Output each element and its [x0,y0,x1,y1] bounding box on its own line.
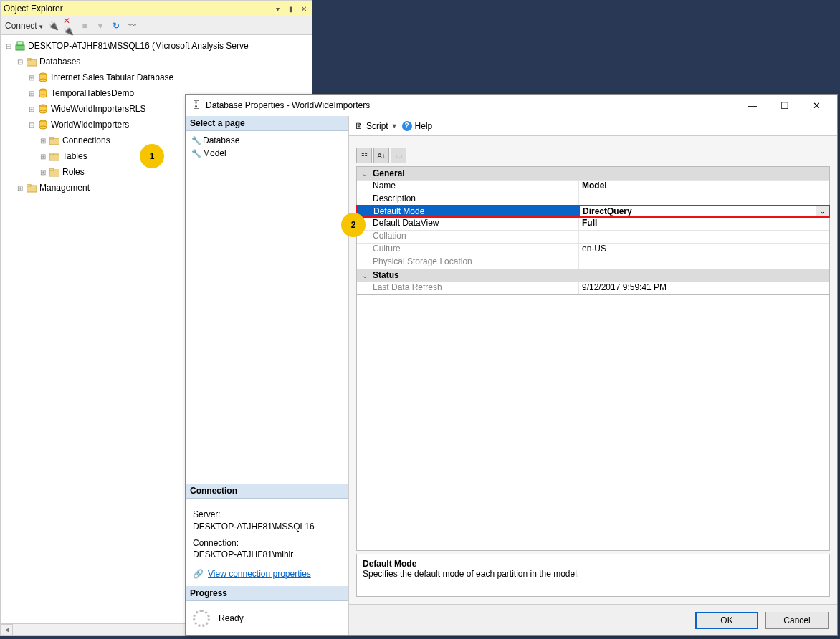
dialog-title: Database Properties - WorldWideImporters [203,100,736,110]
script-button[interactable]: 🗎 Script ▼ [355,121,398,131]
prop-row-storage-location[interactable]: Physical Storage Location [357,256,829,269]
svg-rect-1 [17,42,23,45]
annotation-2: 2 [341,213,366,237]
ok-button[interactable]: OK [695,612,758,629]
prop-row-name[interactable]: Name Model [357,180,829,193]
maximize-button[interactable]: ☐ [768,95,801,115]
svg-rect-23 [27,184,31,186]
filter-icon: ▼ [95,20,106,32]
svg-rect-17 [49,137,54,139]
expand-icon[interactable]: ⊞ [27,105,37,113]
svg-rect-0 [16,45,24,50]
help-button[interactable]: ? Help [402,121,433,131]
svg-rect-3 [27,58,31,60]
expand-icon[interactable]: ⊞ [15,184,25,192]
expand-icon[interactable]: ⊞ [27,74,37,82]
property-grid-toolbar: ☷ A↓ ▭ [356,148,830,163]
connection-header: Connection [186,484,348,499]
connection-label: Connection: [193,537,341,549]
view-connection-link[interactable]: View connection properties [208,568,311,580]
disconnect-icon[interactable]: ✕🔌 [63,20,75,32]
svg-point-6 [39,79,47,82]
cancel-button[interactable]: Cancel [765,612,829,629]
connect-icon[interactable]: 🔌 [47,20,59,32]
expand-icon[interactable]: ⊞ [38,137,48,145]
roles-label: Roles [61,167,85,177]
folder-icon [48,151,61,161]
pin-icon[interactable]: ▮ [285,5,296,13]
stop-icon: ■ [79,20,90,32]
db-label: Internet Sales Tabular Database [49,72,173,82]
minimize-button[interactable]: — [736,95,768,115]
connections-label: Connections [61,135,110,145]
spinner-icon [193,610,210,627]
folder-icon [48,135,61,145]
server-label: Server: [193,509,341,521]
prop-row-default-mode[interactable]: Default Mode DirectQuery ⌄ [356,205,830,218]
connection-value: DESKTOP-ATJHF81\mihir [193,549,341,561]
svg-point-15 [39,126,47,129]
property-description: Default Mode Specifies the default mode … [356,554,830,597]
connection-icon: 🔗 [193,568,204,580]
select-page-header: Select a page [186,116,348,131]
server-label: DESKTOP-ATJHF81\MSSQL16 (Microsoft Analy… [27,41,249,51]
collapse-icon[interactable]: ⊟ [27,121,37,129]
db-label: WorldWideImporters [49,120,129,130]
page-database[interactable]: 🔧 Database [186,134,348,147]
explorer-title: Object Explorer [4,4,272,14]
prop-row-description[interactable]: Description [357,193,829,206]
tree-server-node[interactable]: ⊟ DESKTOP-ATJHF81\MSSQL16 (Microsoft Ana… [4,38,312,54]
svg-rect-21 [49,168,54,170]
prop-row-collation[interactable]: Collation [357,230,829,243]
tables-label: Tables [61,151,87,161]
database-icon [37,88,49,99]
expand-icon[interactable]: ⊞ [38,168,48,176]
scroll-left-icon[interactable]: ◄ [1,624,13,636]
close-icon[interactable]: ✕ [298,5,309,13]
activity-icon[interactable]: 〰 [126,20,138,32]
section-status[interactable]: ⌄ Status [357,269,829,282]
server-value: DESKTOP-ATJHF81\MSSQL16 [193,521,341,533]
explorer-header: Object Explorer ▾ ▮ ✕ [1,1,312,16]
dialog-titlebar[interactable]: 🗄 Database Properties - WorldWideImporte… [186,95,837,116]
svg-point-12 [39,110,47,113]
collapse-icon[interactable]: ⊟ [15,58,25,66]
chevron-down-icon[interactable]: ▼ [391,122,398,130]
prop-row-default-dataview[interactable]: Default DataView Full [357,217,829,230]
chevron-down-icon[interactable]: ⌄ [357,272,373,279]
dropdown-icon[interactable]: ▾ [272,5,283,13]
dropdown-button[interactable]: ⌄ [816,206,829,216]
database-icon [37,104,49,115]
section-general[interactable]: ⌄ General [357,167,829,180]
connect-button[interactable]: Connect ▾ [5,21,43,31]
management-label: Management [38,183,90,193]
desc-title: Default Mode [363,559,824,569]
database-icon [37,72,49,83]
categorize-button[interactable]: ☷ [356,148,372,163]
page-model[interactable]: 🔧 Model [186,147,348,160]
database-icon: 🗄 [190,100,203,110]
dialog-left-pane: Select a page 🔧 Database 🔧 Model Connect… [186,116,349,635]
prop-row-last-refresh[interactable]: Last Data Refresh 9/12/2017 9:59:41 PM [357,282,829,294]
tree-databases-node[interactable]: ⊟ Databases [4,54,312,69]
databases-label: Databases [38,57,80,67]
property-grid: ⌄ General Name Model Description Default… [356,166,830,295]
tree-db-node[interactable]: ⊞ Internet Sales Tabular Database [4,69,312,85]
property-grid-empty [356,295,830,551]
chevron-down-icon[interactable]: ⌄ [357,170,373,178]
collapse-icon[interactable]: ⊟ [4,42,14,50]
expand-icon[interactable]: ⊞ [27,90,37,97]
sort-az-button[interactable]: A↓ [373,148,389,163]
folder-icon [48,167,61,177]
progress-status: Ready [219,613,244,623]
close-button[interactable]: ✕ [801,95,833,115]
refresh-icon[interactable]: ↻ [110,20,122,32]
prop-row-culture[interactable]: Culture en-US [357,243,829,256]
dialog-toolbar: 🗎 Script ▼ ? Help [349,116,837,136]
wrench-icon: 🔧 [191,136,203,145]
svg-point-9 [39,95,47,97]
propertypages-button[interactable]: ▭ [391,148,406,163]
folder-icon [25,57,38,67]
expand-icon[interactable]: ⊞ [38,153,48,160]
page-label: Database [203,135,239,145]
